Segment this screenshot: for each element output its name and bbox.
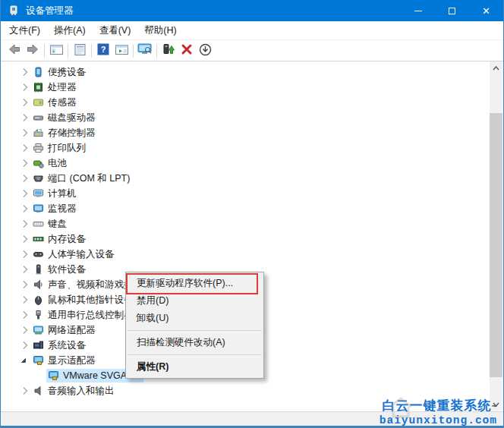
console-tree-icon: [50, 44, 63, 58]
chevron-right-icon[interactable]: [19, 187, 31, 200]
chevron-right-icon[interactable]: [19, 324, 31, 336]
tree-item-label: 便携设备: [48, 66, 86, 79]
tree-item[interactable]: 音频输入和输出: [1, 383, 503, 398]
update-driver-button[interactable]: [159, 42, 178, 59]
tree-item-hit-area[interactable]: 音频输入和输出: [31, 384, 117, 398]
tree-item-hit-area[interactable]: 软件设备: [31, 263, 88, 276]
chevron-right-icon[interactable]: [19, 279, 31, 291]
chevron-right-icon[interactable]: [19, 127, 31, 139]
tree-item-hit-area[interactable]: 便携设备: [31, 65, 88, 79]
minimize-button[interactable]: [401, 0, 435, 21]
tree-item[interactable]: 内存设备: [1, 231, 503, 247]
tree-item-hit-area[interactable]: 通用串行总线控制器: [31, 308, 136, 322]
chevron-right-icon[interactable]: [19, 385, 31, 397]
properties-button[interactable]: [71, 42, 89, 59]
chevron-right-icon[interactable]: [19, 294, 31, 306]
scan-hardware-changes-button[interactable]: [136, 42, 154, 59]
tree-item-hit-area[interactable]: 传感器: [31, 96, 79, 109]
tree-item[interactable]: 电池: [1, 156, 503, 171]
tree-item-hit-area[interactable]: 人体学输入设备: [31, 247, 117, 261]
console-tree-button[interactable]: [47, 42, 65, 59]
tree-item-label: 打印队列: [48, 142, 86, 155]
tree-item[interactable]: 计算机: [1, 186, 503, 201]
forward-button[interactable]: [24, 42, 42, 59]
tree-item[interactable]: 键盘: [1, 216, 503, 231]
menu-help[interactable]: 帮助(H): [137, 22, 183, 39]
toolbar-separator: [44, 44, 45, 58]
tree-item-hit-area[interactable]: 磁盘驱动器: [31, 111, 98, 124]
chevron-right-icon[interactable]: [19, 309, 31, 321]
tree-item-hit-area[interactable]: 打印队列: [31, 141, 88, 155]
tree-item-hit-area[interactable]: 键盘: [31, 217, 69, 231]
device-manager-window: 设备管理器 ✕ 文件(F)操作(A)查看(V)帮助(H) ? 便携设备处理器传感…: [0, 0, 504, 428]
tree-item-hit-area[interactable]: 计算机: [31, 187, 79, 200]
uninstall-button[interactable]: [178, 42, 196, 59]
tree-item[interactable]: 处理器: [1, 80, 503, 95]
back-button[interactable]: [5, 42, 24, 59]
tree-item-hit-area[interactable]: 系统设备: [31, 338, 88, 352]
sensor-icon: [33, 97, 44, 108]
context-menu-item[interactable]: 属性(R): [126, 358, 263, 376]
tree-item-hit-area[interactable]: 显示适配器: [31, 354, 98, 367]
tree-item-hit-area[interactable]: 监视器: [31, 202, 79, 216]
battery-icon: [33, 158, 44, 168]
watermark-tilde: ~: [491, 401, 497, 412]
context-menu-item[interactable]: 卸载(U): [126, 310, 263, 327]
disable-icon: [199, 43, 212, 59]
disable-button[interactable]: [196, 42, 214, 59]
chevron-right-icon[interactable]: [19, 218, 31, 230]
maximize-button[interactable]: [435, 0, 469, 21]
chevron-right-icon[interactable]: [19, 112, 31, 124]
chevron-right-icon[interactable]: [19, 203, 31, 215]
chevron-right-icon[interactable]: [19, 248, 31, 260]
tree-item[interactable]: 传感器: [1, 95, 503, 110]
chevron-right-icon[interactable]: [19, 81, 31, 93]
chevron-right-icon[interactable]: [19, 233, 31, 245]
menu-action[interactable]: 操作(A): [47, 22, 93, 39]
chevron-right-icon[interactable]: [19, 66, 31, 78]
tree-item-hit-area[interactable]: 端口 (COM 和 LPT): [31, 172, 132, 185]
toolbar-separator: [68, 44, 68, 58]
tree-item-label: 传感器: [48, 96, 77, 109]
tree-item-hit-area[interactable]: 内存设备: [31, 232, 88, 246]
tree-item-hit-area[interactable]: 处理器: [31, 80, 79, 94]
scrollbar-thumb[interactable]: [490, 113, 502, 377]
update-driver-icon: [162, 43, 175, 58]
tree-item-hit-area[interactable]: 存储控制器: [31, 126, 98, 140]
tree-item[interactable]: 监视器: [1, 201, 503, 216]
tree-item[interactable]: 磁盘驱动器: [1, 110, 503, 125]
keyboard-icon: [33, 219, 44, 229]
help-button[interactable]: ?: [94, 42, 112, 59]
tree-item[interactable]: 存储控制器: [1, 125, 503, 140]
context-menu-item[interactable]: 扫描检测硬件改动(A): [126, 334, 263, 351]
storage-controller-icon: [33, 127, 44, 138]
chevron-right-icon[interactable]: [19, 172, 31, 184]
chevron-right-icon[interactable]: [19, 263, 31, 275]
tree-item-label: 内存设备: [48, 233, 86, 246]
tree-item[interactable]: 便携设备: [1, 65, 503, 80]
tree-item-label: 音频输入和输出: [48, 385, 115, 398]
tree-item-label: 监视器: [48, 203, 77, 216]
tree-item-hit-area[interactable]: 网络适配器: [31, 323, 98, 337]
context-menu-item[interactable]: 禁用(D): [126, 292, 263, 310]
chevron-right-icon[interactable]: [19, 157, 31, 169]
chevron-right-icon[interactable]: [19, 96, 31, 109]
menu-view[interactable]: 查看(V): [93, 22, 138, 39]
tree-item[interactable]: 端口 (COM 和 LPT): [1, 171, 503, 186]
scroll-up-icon[interactable]: [490, 61, 502, 74]
chevron-down-icon[interactable]: [19, 354, 31, 367]
tree-item-hit-area[interactable]: 鼠标和其他指针设备: [31, 293, 136, 307]
network-adapter-icon: [33, 325, 44, 335]
mouse-icon: [33, 294, 44, 305]
tree-item-hit-area[interactable]: 电池: [31, 156, 69, 170]
vertical-scrollbar[interactable]: [490, 61, 502, 411]
minimize-icon: [414, 11, 422, 11]
action-pane-button[interactable]: [112, 42, 131, 59]
chevron-right-icon[interactable]: [19, 142, 31, 154]
chevron-right-icon[interactable]: [19, 339, 31, 351]
tree-item-label: 端口 (COM 和 LPT): [48, 172, 130, 185]
close-button[interactable]: ✕: [469, 0, 503, 21]
menu-file[interactable]: 文件(F): [2, 22, 47, 39]
tree-item[interactable]: 人体学输入设备: [1, 247, 503, 262]
tree-item[interactable]: 打印队列: [1, 140, 503, 156]
